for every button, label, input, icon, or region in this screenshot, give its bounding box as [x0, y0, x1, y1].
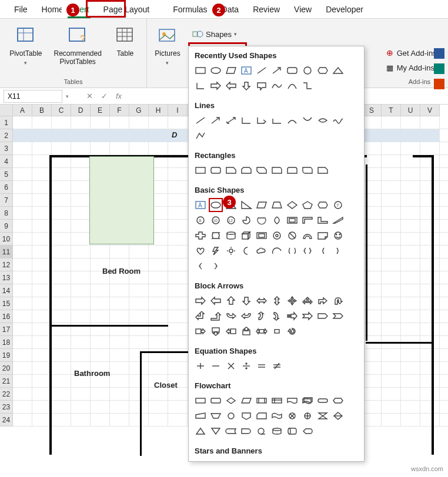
col-header-C[interactable]: C [52, 105, 71, 116]
shape-minus-sign[interactable] [209, 359, 223, 373]
row-header-13[interactable]: 13 [0, 271, 13, 284]
col-header-B[interactable]: B [32, 105, 52, 116]
shape-fc-mag-disk[interactable] [270, 424, 284, 438]
row-header-16[interactable]: 16 [0, 310, 13, 323]
row-header-2[interactable]: 2 [0, 129, 13, 142]
col-header-I[interactable]: I [168, 105, 188, 116]
shape-arrow-callout-left[interactable] [224, 324, 238, 338]
shape-right-brace[interactable] [209, 259, 223, 273]
row-header-15[interactable]: 15 [0, 297, 13, 310]
row-header-3[interactable]: 3 [0, 142, 13, 155]
shape-callout[interactable] [255, 79, 269, 93]
row-header-21[interactable]: 21 [0, 375, 13, 388]
tab-home[interactable]: Home [35, 1, 62, 18]
shape-fc-merge[interactable] [209, 424, 223, 438]
shape-fc-collate[interactable] [316, 409, 330, 423]
row-header-10[interactable]: 10 [0, 233, 13, 246]
shape-rect[interactable] [193, 163, 208, 177]
shape-decagon[interactable]: 10 [209, 213, 223, 227]
shape-fc-extract[interactable] [193, 424, 208, 438]
shape-fc-seq-storage[interactable] [255, 424, 269, 438]
shape-hexagon[interactable] [316, 198, 330, 212]
col-header-A[interactable]: A [13, 105, 32, 116]
shape-left-bracket[interactable] [316, 244, 330, 258]
select-all-button[interactable] [0, 105, 13, 116]
shape-rounded-rect[interactable] [285, 63, 299, 78]
shape-fc-stored[interactable] [224, 424, 238, 438]
row-header-5[interactable]: 5 [0, 168, 13, 181]
shapes-button[interactable]: Shapes ▾ [192, 29, 237, 39]
tab-page-layout[interactable]: Page Layout [96, 1, 157, 18]
shape-round-single[interactable] [270, 163, 284, 177]
shape-bevel[interactable] [255, 229, 269, 243]
tab-view[interactable]: View [287, 1, 319, 18]
row-header-23[interactable]: 23 [0, 401, 13, 414]
row-header-7[interactable]: 7 [0, 194, 13, 207]
shape-fc-manual-input[interactable] [193, 409, 208, 423]
shape-arrow-circular[interactable] [285, 324, 299, 338]
shape-double-brace[interactable] [300, 244, 315, 258]
bing-icon[interactable] [434, 63, 444, 74]
shape-fc-internal[interactable] [270, 394, 284, 408]
cancel-icon[interactable]: ✕ [86, 92, 93, 100]
shape-fc-sort[interactable] [331, 409, 345, 423]
col-header-H[interactable]: H [149, 105, 168, 116]
shape-half-frame[interactable] [300, 213, 315, 227]
shape-pentagon[interactable] [300, 198, 315, 212]
shape-arrow-uturn[interactable] [331, 294, 345, 308]
shape-donut[interactable] [270, 229, 284, 243]
col-header-T[interactable]: T [382, 105, 401, 116]
shape-fc-tape[interactable] [270, 409, 284, 423]
shape-parallelogram[interactable] [224, 63, 238, 78]
shape-round-diag[interactable] [300, 163, 315, 177]
shape-oval[interactable] [209, 198, 223, 212]
shape-arrow-leftrightup[interactable] [300, 294, 315, 308]
shape-equal-sign[interactable] [255, 359, 269, 373]
shape-folded-corner[interactable] [316, 229, 330, 243]
shape-arc[interactable] [285, 79, 299, 93]
shape-fc-junction[interactable] [285, 409, 299, 423]
shape-arrow-down[interactable] [239, 294, 253, 308]
tab-formulas[interactable]: Formulas [156, 1, 214, 18]
office-icon[interactable] [434, 79, 444, 89]
shape-teardrop[interactable] [270, 213, 284, 227]
shape-textbox[interactable]: A [193, 198, 208, 212]
tab-developer[interactable]: Developer [319, 1, 370, 18]
shape-cube[interactable] [239, 229, 253, 243]
shape-snip-same[interactable] [239, 163, 253, 177]
col-header-G[interactable]: G [129, 105, 149, 116]
table-button[interactable]: Table [111, 21, 139, 60]
tab-review[interactable]: Review [246, 1, 287, 18]
shape-freeform[interactable] [193, 129, 208, 143]
shape-fc-multidoc[interactable] [300, 394, 315, 408]
shape-fc-data[interactable] [239, 394, 253, 408]
shape-arrow-left[interactable] [209, 294, 223, 308]
shape-dodecagon[interactable]: 12 [224, 213, 238, 227]
row-header-1[interactable]: 1 [0, 116, 13, 129]
shape-moon[interactable] [239, 244, 253, 258]
shape-arrow-notched[interactable] [300, 309, 315, 323]
col-header-V[interactable]: V [420, 105, 440, 116]
shape-arrow-callout-quad[interactable] [270, 324, 284, 338]
shape-left-brace[interactable] [193, 259, 208, 273]
shape-fc-or[interactable] [300, 409, 315, 423]
shape-arrow-right[interactable] [209, 79, 223, 93]
shape-arrow-down[interactable] [239, 79, 253, 93]
shape-line[interactable] [255, 63, 269, 78]
shape-fc-process[interactable] [193, 394, 208, 408]
shape-heptagon[interactable]: 7 [331, 198, 345, 212]
shape-curved-connector[interactable] [285, 113, 299, 127]
shape-line-double-arrow[interactable] [224, 113, 238, 127]
word-icon[interactable] [434, 48, 444, 59]
pictures-button[interactable]: Pictures ▾ [152, 21, 182, 69]
shape-fc-connector[interactable] [224, 409, 238, 423]
row-header-11[interactable]: 11 [0, 246, 13, 258]
shape-divide-sign[interactable] [239, 359, 253, 373]
col-header-S[interactable]: S [362, 105, 382, 116]
shape-plus-sign[interactable] [193, 359, 208, 373]
shape-arrow-right[interactable] [193, 294, 208, 308]
shape-fc-terminator[interactable] [316, 394, 330, 408]
shape-not-equal-sign[interactable] [270, 359, 284, 373]
shape-rectangle[interactable] [89, 156, 154, 244]
shape-fc-preparation[interactable] [331, 394, 345, 408]
